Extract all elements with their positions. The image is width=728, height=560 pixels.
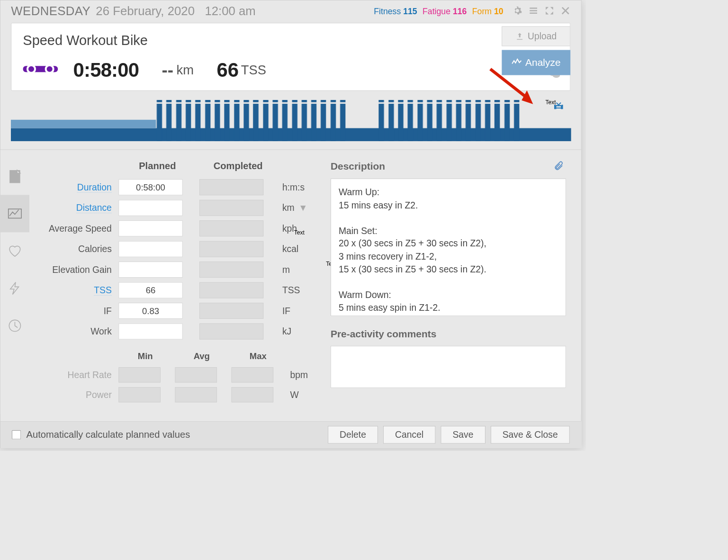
completed-input[interactable] xyxy=(199,220,263,236)
workout-tss: 66 xyxy=(216,58,239,81)
workout-header-card: Speed Workout Bike 0:58:00 -- km 66 TSS xyxy=(11,23,570,90)
row-label[interactable]: Distance xyxy=(45,198,117,218)
auto-calculate-checkbox[interactable] xyxy=(12,430,21,439)
row-unit: kph xyxy=(279,218,315,238)
row-label: IF xyxy=(45,300,117,321)
upload-button[interactable]: Upload xyxy=(502,27,570,46)
row-label: Average Speed xyxy=(45,218,117,238)
col-max: Max xyxy=(230,351,286,365)
row-label: Work xyxy=(45,321,117,342)
row-label[interactable]: Duration xyxy=(45,177,117,198)
topbar: WEDNESDAY 26 February, 2020 12:00 am Fit… xyxy=(0,0,581,21)
completed-input[interactable] xyxy=(199,282,263,298)
tab-time[interactable] xyxy=(0,307,29,344)
planned-input[interactable] xyxy=(118,303,182,319)
delete-button[interactable]: Delete xyxy=(328,426,378,443)
max-input[interactable] xyxy=(232,367,274,382)
tab-rail xyxy=(0,150,29,414)
max-input[interactable] xyxy=(232,387,274,402)
fatigue-value: 116 xyxy=(453,6,467,16)
row-label: Power xyxy=(45,385,117,405)
fatigue-label: Fatigue xyxy=(422,6,450,16)
planned-input[interactable] xyxy=(118,282,182,298)
row-label: Elevation Gain xyxy=(45,259,117,280)
avg-input[interactable] xyxy=(175,367,217,382)
save-button[interactable]: Save xyxy=(440,426,485,443)
workout-editor-modal: WEDNESDAY 26 February, 2020 12:00 am Fit… xyxy=(0,0,582,448)
workout-distance: -- xyxy=(162,60,174,80)
planned-input[interactable] xyxy=(118,179,182,195)
planned-input[interactable] xyxy=(118,241,182,257)
auto-calculate-label: Automatically calculate planned values xyxy=(27,429,190,440)
row-unit: bpm xyxy=(286,365,315,385)
row-unit: W xyxy=(286,385,315,405)
workout-title[interactable]: Speed Workout Bike xyxy=(23,32,558,48)
form-label: Form xyxy=(472,6,492,16)
menu-icon[interactable] xyxy=(529,6,539,17)
svg-rect-9 xyxy=(9,209,21,218)
fitness-metrics: Fitness 115 Fatigue 116 Form 10 xyxy=(374,6,503,16)
day-name: WEDNESDAY xyxy=(11,4,90,18)
completed-input[interactable] xyxy=(199,303,263,319)
gear-icon[interactable] xyxy=(512,6,522,17)
cancel-button[interactable]: Cancel xyxy=(383,426,435,443)
close-icon[interactable] xyxy=(560,6,570,17)
fitness-value: 115 xyxy=(403,6,417,16)
planned-input[interactable] xyxy=(118,220,182,236)
col-planned: Planned xyxy=(117,161,198,177)
minmax-table: Min Avg Max Heart RatebpmPowerW xyxy=(45,351,315,405)
row-unit: IF xyxy=(279,300,315,321)
col-completed: Completed xyxy=(198,161,278,177)
fitness-label: Fitness xyxy=(374,6,401,16)
min-input[interactable] xyxy=(118,387,161,402)
row-label[interactable]: TSS xyxy=(45,280,117,300)
col-avg: Avg xyxy=(173,351,230,365)
bike-icon xyxy=(23,62,58,78)
save-close-button[interactable]: Save & Close xyxy=(491,426,570,443)
bottombar: Automatically calculate planned values D… xyxy=(0,421,581,448)
col-min: Min xyxy=(117,351,173,365)
completed-input[interactable] xyxy=(199,241,263,257)
workout-distance-unit: km xyxy=(177,63,194,77)
planned-input[interactable] xyxy=(118,262,182,278)
attachment-icon[interactable] xyxy=(554,161,564,173)
row-unit: h:m:s xyxy=(279,177,315,198)
row-label: Heart Rate xyxy=(45,365,117,385)
analyze-button[interactable]: Analyze xyxy=(502,50,570,75)
planned-table: Planned Completed Durationh:m:sDistancek… xyxy=(45,161,315,342)
row-label: Calories xyxy=(45,239,117,259)
description-textarea[interactable] xyxy=(331,179,566,316)
workout-duration: 0:58:00 xyxy=(73,58,139,81)
description-heading: Description xyxy=(331,161,566,172)
planned-input[interactable] xyxy=(118,200,182,216)
comments-heading: Pre-activity comments xyxy=(331,328,566,340)
tab-chart[interactable] xyxy=(0,195,29,232)
comments-textarea[interactable] xyxy=(331,346,566,388)
row-unit: km ▼ xyxy=(279,198,315,218)
form-value: 10 xyxy=(494,6,503,16)
tab-summary[interactable] xyxy=(0,157,29,195)
date-time: 26 February, 2020 12:00 am xyxy=(96,4,255,18)
row-unit: kJ xyxy=(279,321,315,342)
completed-input[interactable] xyxy=(199,179,263,195)
completed-input[interactable] xyxy=(199,200,263,216)
completed-input[interactable] xyxy=(199,262,263,278)
workout-tss-label: TSS xyxy=(241,63,266,77)
min-input[interactable] xyxy=(118,367,161,382)
interval-chart xyxy=(11,101,570,141)
tab-power[interactable] xyxy=(0,270,29,307)
avg-input[interactable] xyxy=(175,387,217,402)
planned-input[interactable] xyxy=(118,324,182,340)
row-unit: m xyxy=(279,259,315,280)
row-unit: TSS xyxy=(279,280,315,300)
row-unit: kcal xyxy=(279,239,315,259)
completed-input[interactable] xyxy=(199,324,263,340)
expand-icon[interactable] xyxy=(545,6,555,17)
tab-heart[interactable] xyxy=(0,232,29,270)
